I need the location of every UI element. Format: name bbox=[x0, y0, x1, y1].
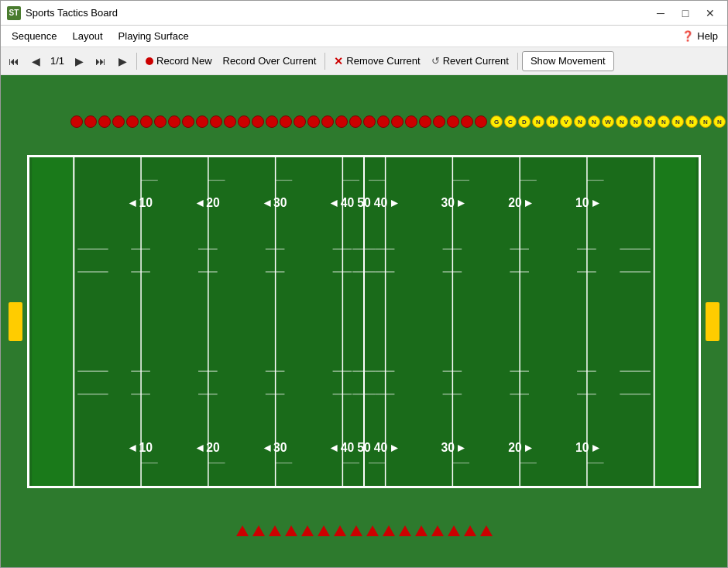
svg-text:◂ 20: ◂ 20 bbox=[196, 196, 220, 209]
next-frame-button[interactable]: ▶ bbox=[69, 51, 89, 71]
player-red-19[interactable] bbox=[321, 115, 334, 128]
player-yellow-12[interactable]: N bbox=[644, 115, 656, 128]
player-red-6[interactable] bbox=[140, 115, 153, 128]
player-red-5[interactable] bbox=[126, 115, 139, 128]
player-red-9[interactable] bbox=[182, 115, 194, 128]
help-icon: ❓ bbox=[682, 30, 694, 42]
toolbar: ⏮ ◀ 1/1 ▶ ⏭ ▶ Record New Record Over Cur… bbox=[1, 47, 727, 75]
player-yellow-17[interactable]: N bbox=[713, 115, 726, 128]
player-triangle-13[interactable] bbox=[431, 525, 444, 536]
player-red-28[interactable] bbox=[447, 115, 459, 128]
record-dot-icon bbox=[146, 57, 153, 65]
player-red-27[interactable] bbox=[433, 115, 445, 128]
minimize-button[interactable]: ─ bbox=[650, 5, 671, 22]
player-yellow-16[interactable]: N bbox=[699, 115, 712, 128]
player-yellow-14[interactable]: N bbox=[671, 115, 684, 128]
player-red-14[interactable] bbox=[252, 115, 264, 128]
player-red-29[interactable] bbox=[461, 115, 473, 128]
svg-text:30 ▸: 30 ▸ bbox=[441, 196, 465, 209]
player-triangle-16[interactable] bbox=[480, 525, 493, 536]
svg-rect-0 bbox=[32, 157, 74, 486]
player-triangle-9[interactable] bbox=[366, 525, 379, 536]
menu-layout[interactable]: Layout bbox=[65, 27, 111, 45]
player-triangle-6[interactable] bbox=[318, 525, 330, 536]
player-triangle-5[interactable] bbox=[301, 525, 314, 536]
svg-text:40 ▸: 40 ▸ bbox=[374, 196, 399, 209]
prev-frame-button[interactable]: ◀ bbox=[26, 51, 46, 71]
field-svg: ◂ 10 ◂ 20 ◂ 30 ◂ 40 50 40 ▸ 30 ▸ 20 ▸ 10… bbox=[29, 157, 699, 486]
player-red-8[interactable] bbox=[168, 115, 180, 128]
player-red-3[interactable] bbox=[98, 115, 111, 128]
first-frame-button[interactable]: ⏮ bbox=[4, 51, 24, 71]
player-yellow-5[interactable]: H bbox=[546, 115, 558, 128]
player-red-15[interactable] bbox=[266, 115, 278, 128]
player-red-1[interactable] bbox=[70, 115, 83, 128]
player-triangle-7[interactable] bbox=[334, 525, 346, 536]
record-new-button[interactable]: Record New bbox=[141, 51, 217, 71]
maximize-button[interactable]: □ bbox=[675, 5, 696, 22]
player-triangle-10[interactable] bbox=[383, 525, 395, 536]
last-frame-button[interactable]: ⏭ bbox=[91, 51, 111, 71]
player-yellow-10[interactable]: N bbox=[616, 115, 628, 128]
player-yellow-2[interactable]: C bbox=[504, 115, 517, 128]
player-red-26[interactable] bbox=[419, 115, 431, 128]
help-button[interactable]: ❓ Help bbox=[675, 29, 724, 43]
player-yellow-9[interactable]: W bbox=[602, 115, 614, 128]
player-triangle-1[interactable] bbox=[236, 525, 249, 536]
player-red-25[interactable] bbox=[405, 115, 417, 128]
player-red-21[interactable] bbox=[349, 115, 362, 128]
close-button[interactable]: ✕ bbox=[699, 5, 721, 22]
goalpost-right bbox=[706, 302, 719, 341]
player-triangle-11[interactable] bbox=[399, 525, 411, 536]
player-red-30[interactable] bbox=[475, 115, 487, 128]
player-triangle-3[interactable] bbox=[269, 525, 281, 536]
player-triangle-14[interactable] bbox=[448, 525, 460, 536]
player-red-20[interactable] bbox=[335, 115, 348, 128]
player-red-11[interactable] bbox=[210, 115, 222, 128]
player-red-22[interactable] bbox=[363, 115, 376, 128]
show-movement-button[interactable]: Show Movement bbox=[522, 51, 614, 71]
svg-text:◂ 30: ◂ 30 bbox=[263, 440, 287, 453]
svg-text:◂ 40: ◂ 40 bbox=[330, 440, 354, 453]
player-yellow-15[interactable]: N bbox=[685, 115, 698, 128]
football-field: ◂ 10 ◂ 20 ◂ 30 ◂ 40 50 40 ▸ 30 ▸ 20 ▸ 10… bbox=[27, 155, 701, 488]
menu-playing-surface[interactable]: Playing Surface bbox=[111, 27, 197, 45]
player-red-7[interactable] bbox=[154, 115, 167, 128]
player-triangle-4[interactable] bbox=[285, 525, 297, 536]
player-yellow-7[interactable]: N bbox=[574, 115, 586, 128]
app-window: ST Sports Tactics Board ─ □ ✕ Sequence L… bbox=[0, 0, 728, 568]
menu-sequence[interactable]: Sequence bbox=[4, 27, 65, 45]
svg-text:20 ▸: 20 ▸ bbox=[508, 440, 533, 453]
record-over-button[interactable]: Record Over Current bbox=[218, 51, 321, 71]
player-red-4[interactable] bbox=[112, 115, 125, 128]
player-red-2[interactable] bbox=[84, 115, 97, 128]
player-yellow-6[interactable]: V bbox=[560, 115, 572, 128]
remove-current-button[interactable]: ✕ Remove Current bbox=[329, 51, 424, 71]
player-triangle-15[interactable] bbox=[464, 525, 476, 536]
player-red-16[interactable] bbox=[280, 115, 292, 128]
player-red-10[interactable] bbox=[196, 115, 208, 128]
svg-text:30 ▸: 30 ▸ bbox=[441, 440, 465, 453]
play-button[interactable]: ▶ bbox=[112, 51, 132, 71]
player-triangle-12[interactable] bbox=[415, 525, 428, 536]
revert-current-button[interactable]: ↺ Revert Current bbox=[427, 51, 513, 71]
player-red-17[interactable] bbox=[294, 115, 306, 128]
svg-text:10 ▸: 10 ▸ bbox=[575, 196, 600, 209]
menu-items: Sequence Layout Playing Surface bbox=[4, 27, 197, 45]
separator-1 bbox=[136, 53, 137, 70]
player-red-12[interactable] bbox=[224, 115, 236, 128]
player-red-18[interactable] bbox=[307, 115, 320, 128]
svg-text:◂ 40: ◂ 40 bbox=[330, 196, 354, 209]
player-yellow-8[interactable]: N bbox=[588, 115, 600, 128]
player-yellow-3[interactable]: D bbox=[518, 115, 531, 128]
player-triangle-8[interactable] bbox=[350, 525, 362, 536]
player-red-13[interactable] bbox=[238, 115, 250, 128]
player-yellow-4[interactable]: N bbox=[532, 115, 544, 128]
svg-text:10 ▸: 10 ▸ bbox=[575, 440, 600, 453]
player-red-24[interactable] bbox=[391, 115, 403, 128]
player-yellow-1[interactable]: G bbox=[490, 115, 503, 128]
player-yellow-13[interactable]: N bbox=[658, 115, 670, 128]
player-red-23[interactable] bbox=[377, 115, 390, 128]
player-yellow-11[interactable]: N bbox=[630, 115, 642, 128]
player-triangle-2[interactable] bbox=[252, 525, 265, 536]
